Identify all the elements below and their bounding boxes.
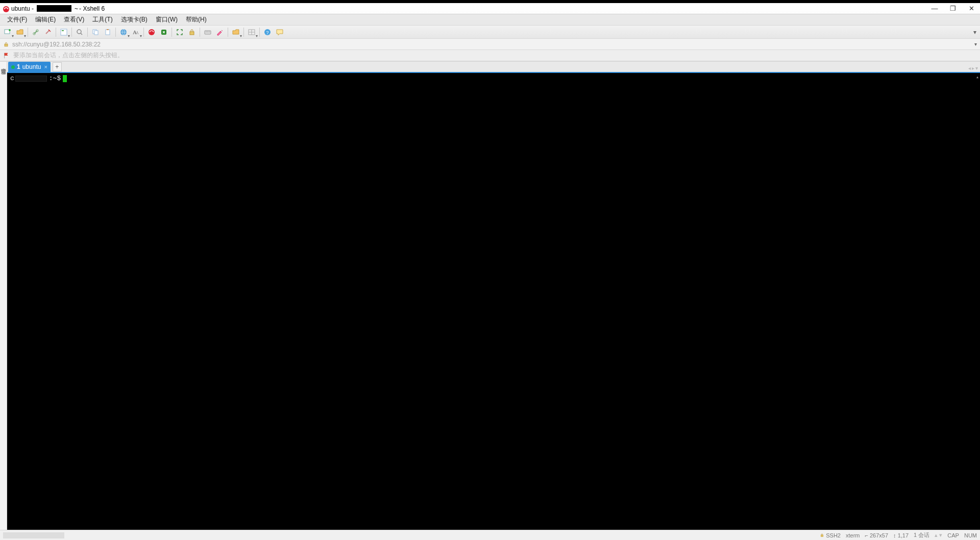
status-size: ⌐ 267x57 (865, 532, 888, 538)
titlebar: ubuntu - ~ - Xshell 6 — ❐ ✕ (0, 3, 980, 14)
svg-rect-10 (107, 29, 109, 30)
lock-button[interactable] (186, 27, 198, 38)
tab-prev-icon[interactable]: ◂ (968, 65, 971, 71)
tab-close-icon[interactable]: × (44, 64, 47, 70)
flag-icon[interactable] (3, 52, 10, 59)
session-manager-label: 会话管理器 (0, 64, 7, 66)
menu-tabs[interactable]: 选项卡(B) (117, 14, 152, 25)
menu-window[interactable]: 窗口(W) (152, 14, 182, 25)
status-term: xterm (846, 532, 860, 538)
layout-dropdown-button[interactable] (246, 27, 257, 38)
status-sessions: 1 会话 (914, 531, 929, 539)
status-pos-value: 1,17 (898, 532, 909, 538)
search-button[interactable] (74, 27, 85, 38)
feedback-button[interactable] (274, 27, 285, 38)
terminal[interactable]: ▴ c :~$ (7, 73, 980, 530)
ssh-lock-icon (820, 532, 824, 537)
svg-point-14 (149, 29, 155, 35)
tab-label: ubuntu (22, 63, 41, 70)
svg-rect-5 (62, 30, 64, 31)
tab-status-dot-icon (11, 65, 15, 69)
address-text[interactable]: ssh://cunyu@192.168.50.238:22 (12, 41, 101, 48)
toolbar-overflow[interactable]: ▾ (972, 29, 978, 36)
toolbar-separator (172, 28, 172, 37)
help-button[interactable]: ? (262, 27, 273, 38)
folder-dropdown-button[interactable] (230, 27, 241, 38)
tab-index: 1 (17, 63, 20, 70)
properties-button[interactable] (58, 27, 69, 38)
title-mid: ~ (75, 5, 78, 12)
minimize-button[interactable]: — (931, 5, 938, 12)
tab-ubuntu[interactable]: 1 ubuntu × (8, 62, 51, 72)
xftp-button[interactable] (158, 27, 169, 38)
toolbar-separator (228, 28, 228, 37)
svg-rect-18 (206, 32, 207, 32)
menu-file[interactable]: 文件(F) (3, 14, 31, 25)
menu-help[interactable]: 帮助(H) (182, 14, 211, 25)
paste-button[interactable] (102, 27, 113, 38)
terminal-line: c :~$ (10, 75, 977, 82)
keyboard-button[interactable] (202, 27, 213, 38)
svg-rect-16 (190, 32, 194, 35)
toolbar: AA ? ▾ (0, 26, 980, 39)
font-button[interactable]: AA (130, 27, 141, 38)
menu-tools[interactable]: 工具(T) (88, 14, 116, 25)
svg-text:?: ? (266, 30, 269, 35)
menu-bar: 文件(F) 编辑(E) 查看(V) 工具(T) 选项卡(B) 窗口(W) 帮助(… (0, 14, 980, 26)
prompt-user-initial: c (10, 75, 14, 82)
disconnect-button[interactable] (42, 27, 54, 38)
scroll-up-icon[interactable]: ▴ (976, 74, 979, 80)
svg-rect-17 (205, 31, 211, 34)
copy-button[interactable] (90, 27, 101, 38)
arrow-up-icon[interactable]: ▴ (935, 532, 938, 538)
menu-edit[interactable]: 编辑(E) (31, 14, 60, 25)
status-arrows: ▴ ▾ (935, 532, 942, 538)
address-dropdown[interactable]: ▾ (974, 41, 977, 47)
highlighter-button[interactable] (214, 27, 226, 38)
new-session-button[interactable] (2, 27, 13, 38)
toolbar-separator (56, 28, 56, 37)
session-manager-gutter[interactable]: 会话管理器 (0, 62, 7, 530)
menu-view[interactable]: 查看(V) (60, 14, 88, 25)
status-pos: ↕ 1,17 (893, 532, 909, 538)
app-icon (2, 5, 9, 12)
fullscreen-button[interactable] (174, 27, 185, 38)
hint-text: 要添加当前会话，点击左侧的箭头按钮。 (13, 51, 124, 60)
status-num: NUM (964, 532, 977, 538)
link-button[interactable] (30, 27, 41, 38)
title-prefix: ubuntu - (11, 5, 34, 12)
svg-rect-9 (106, 30, 110, 35)
globe-button[interactable] (118, 27, 129, 38)
svg-rect-4 (61, 29, 67, 35)
arrow-down-icon[interactable]: ▾ (939, 532, 942, 538)
tab-next-icon[interactable]: ▸ (972, 65, 974, 71)
status-cap: CAP (947, 532, 959, 538)
cursor-icon (63, 75, 67, 82)
xshell-icon[interactable] (146, 27, 157, 38)
status-left-redacted (3, 532, 64, 538)
open-session-button[interactable] (14, 27, 26, 38)
prompt-path: :~$ (49, 75, 61, 82)
toolbar-separator (243, 28, 244, 37)
toolbar-separator (259, 28, 260, 37)
maximize-button[interactable]: ❐ (949, 5, 957, 12)
tab-list-icon[interactable]: ▾ (975, 65, 978, 71)
toolbar-separator (200, 28, 200, 37)
hint-bar: 要添加当前会话，点击左侧的箭头按钮。 (0, 50, 980, 61)
tab-strip: 1 ubuntu × + ◂ ▸ ▾ (7, 62, 980, 73)
toolbar-separator (87, 28, 88, 37)
pos-icon: ↕ (893, 532, 896, 538)
title-suffix: - Xshell 6 (79, 5, 105, 12)
new-tab-button[interactable]: + (53, 62, 62, 71)
status-size-value: 267x57 (870, 532, 888, 538)
status-ssh: SSH2 (820, 532, 841, 538)
svg-point-6 (77, 30, 81, 34)
window-title: ubuntu - ~ - Xshell 6 (11, 5, 105, 12)
close-button[interactable]: ✕ (968, 5, 975, 12)
svg-text:A: A (136, 31, 139, 35)
svg-point-0 (3, 6, 9, 12)
size-icon: ⌐ (865, 532, 868, 538)
svg-rect-19 (207, 32, 208, 32)
svg-rect-24 (5, 44, 8, 46)
main-area: 会话管理器 1 ubuntu × + ◂ ▸ ▾ ▴ c :~$ (0, 61, 980, 530)
